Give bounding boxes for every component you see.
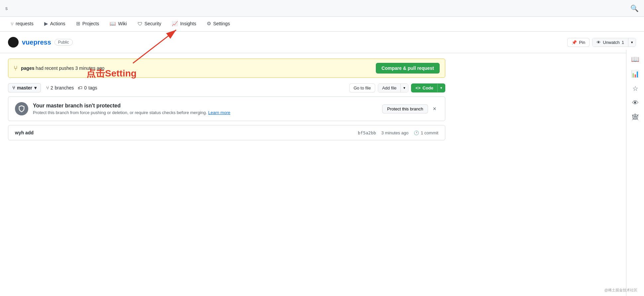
compare-pull-request-button[interactable]: Compare & pull request	[376, 63, 440, 74]
protection-notice-right: Protect this branch ×	[382, 104, 438, 114]
pull-request-icon: ⑂	[11, 21, 14, 27]
tab-wiki[interactable]: 📖 Wiki	[104, 17, 132, 31]
tab-projects[interactable]: ⊞ Projects	[71, 17, 105, 31]
chevron-down-icon: ▾	[631, 40, 633, 45]
branches-icon: ⑂	[46, 85, 49, 90]
tab-actions[interactable]: ▶ Actions	[39, 17, 71, 31]
tab-pull-requests-label: requests	[16, 21, 34, 26]
code-label: Code	[423, 85, 434, 90]
branch-selector[interactable]: ⑂ master ▾	[8, 83, 41, 92]
push-notice-text: pages had recent pushes 3 minutes ago	[21, 66, 104, 71]
tab-actions-label: Actions	[50, 21, 65, 26]
branches-link[interactable]: ⑂ 2 branches	[46, 85, 74, 90]
tab-insights[interactable]: 📈 Insights	[166, 17, 201, 31]
add-file-chevron-icon: ▾	[403, 86, 405, 90]
branch-selector-chevron: ▾	[34, 85, 37, 90]
unwatch-split-button: 👁 Unwatch 1 ▾	[592, 38, 636, 47]
settings-icon: ⚙	[207, 21, 211, 27]
pin-label: Pin	[579, 40, 585, 45]
code-chevron-icon: ▾	[440, 86, 442, 90]
commit-hash[interactable]: bf5a2bb	[358, 130, 376, 135]
commit-message: wyh add	[15, 130, 34, 135]
protection-notice-left: Your master branch isn't protected Prote…	[15, 102, 230, 115]
tab-security[interactable]: 🛡 Security	[132, 17, 167, 31]
repo-header: vuepress Public 📌 Pin 👁 Unwatch 1 ▾	[0, 32, 644, 53]
branch-bar-right: Go to file Add file ▾ <> Code ▾	[349, 83, 445, 92]
add-file-button[interactable]: Add file	[378, 84, 401, 92]
svg-point-3	[10, 39, 17, 46]
go-to-file-button[interactable]: Go to file	[349, 83, 375, 92]
search-icon[interactable]: 🔍	[630, 4, 639, 12]
tab-security-label: Security	[145, 21, 161, 26]
avatar	[8, 37, 19, 48]
commit-count-label: 1 commit	[421, 130, 438, 135]
tags-count: 0	[84, 85, 87, 90]
unwatch-button[interactable]: 👁 Unwatch 1	[592, 38, 628, 47]
add-file-dropdown-button[interactable]: ▾	[401, 84, 408, 92]
protect-this-branch-button[interactable]: Protect this branch	[382, 104, 428, 113]
protection-description: Protect this branch from force pushing o…	[33, 110, 230, 115]
unwatch-count: 1	[622, 40, 624, 45]
commit-time: 3 minutes ago	[381, 130, 409, 135]
tab-pull-requests[interactable]: ⑂ requests	[5, 17, 39, 31]
projects-icon: ⊞	[76, 21, 80, 27]
tab-settings[interactable]: ⚙ Settings	[201, 17, 235, 31]
top-bar-title: s	[5, 6, 8, 11]
top-bar: s 🔍	[0, 0, 644, 17]
pin-button[interactable]: 📌 Pin	[567, 38, 590, 47]
protection-text: Your master branch isn't protected Prote…	[33, 103, 230, 115]
commit-meta: bf5a2bb 3 minutes ago 🕐 1 commit	[358, 130, 438, 135]
actions-icon: ▶	[44, 21, 48, 27]
top-bar-right: 🔍	[630, 4, 639, 12]
repo-name[interactable]: vuepress	[22, 39, 51, 46]
protection-icon	[15, 102, 28, 115]
sidebar-chart-icon[interactable]: 📊	[631, 70, 639, 78]
close-protection-notice-button[interactable]: ×	[431, 104, 438, 114]
branch-selector-name: master	[17, 85, 32, 90]
tags-link[interactable]: 🏷 0 tags	[78, 85, 97, 90]
tab-insights-label: Insights	[180, 21, 196, 26]
code-icon: <>	[415, 85, 420, 90]
learn-more-link[interactable]: Learn more	[208, 110, 230, 115]
branch-bar-left: ⑂ master ▾ ⑂ 2 branches 🏷 0 tags	[8, 83, 97, 92]
clock-icon: 🕐	[414, 130, 419, 135]
tab-projects-label: Projects	[82, 21, 99, 26]
sidebar-eye-icon[interactable]: 👁	[632, 99, 639, 107]
push-notice-left: ⑂ pages had recent pushes 3 minutes ago	[14, 65, 104, 72]
code-dropdown-button[interactable]: ▾	[438, 84, 445, 92]
code-button[interactable]: <> Code	[411, 84, 438, 92]
tab-settings-label: Settings	[213, 21, 230, 26]
branch-icon: ⑂	[14, 65, 18, 72]
wiki-icon: 📖	[110, 21, 116, 27]
branches-label: branches	[55, 85, 74, 90]
nav-tabs: ⑂ requests ▶ Actions ⊞ Projects 📖 Wiki 🛡…	[0, 17, 644, 32]
top-bar-left: s	[5, 6, 8, 11]
branch-selector-icon: ⑂	[12, 85, 15, 90]
sidebar-star-icon[interactable]: ☆	[632, 84, 638, 92]
code-split-button: <> Code ▾	[411, 83, 445, 92]
sidebar-graph-icon[interactable]: 🕸	[632, 113, 639, 121]
right-sidebar: 📖 📊 ☆ 👁 🕸	[626, 50, 644, 146]
unwatch-dropdown-button[interactable]: ▾	[628, 38, 636, 47]
security-icon: 🛡	[138, 21, 143, 27]
insights-icon: 📈	[172, 21, 178, 27]
push-notice-message: had recent pushes 3 minutes ago	[34, 66, 104, 71]
branch-meta: ⑂ 2 branches 🏷 0 tags	[46, 85, 97, 90]
tag-icon: 🏷	[78, 85, 82, 90]
repo-header-actions: 📌 Pin 👁 Unwatch 1 ▾	[567, 38, 636, 47]
branch-bar: ⑂ master ▾ ⑂ 2 branches 🏷 0 tags	[8, 83, 445, 92]
unwatch-label: Unwatch	[603, 40, 620, 45]
protection-notice: Your master branch isn't protected Prote…	[8, 96, 445, 121]
add-file-split-button: Add file ▾	[378, 83, 408, 92]
tags-label: tags	[88, 85, 97, 90]
visibility-badge: Public	[54, 39, 73, 46]
protection-title: Your master branch isn't protected	[33, 103, 230, 109]
pin-icon: 📌	[572, 40, 577, 45]
tab-wiki-label: Wiki	[118, 21, 127, 26]
sidebar-book-icon[interactable]: 📖	[631, 55, 639, 63]
branches-count: 2	[51, 85, 53, 90]
push-branch-name: pages	[21, 66, 34, 71]
main-content: ⑂ pages had recent pushes 3 minutes ago …	[0, 53, 465, 146]
push-notice-banner: ⑂ pages had recent pushes 3 minutes ago …	[8, 59, 445, 78]
commit-count: 🕐 1 commit	[414, 130, 438, 135]
